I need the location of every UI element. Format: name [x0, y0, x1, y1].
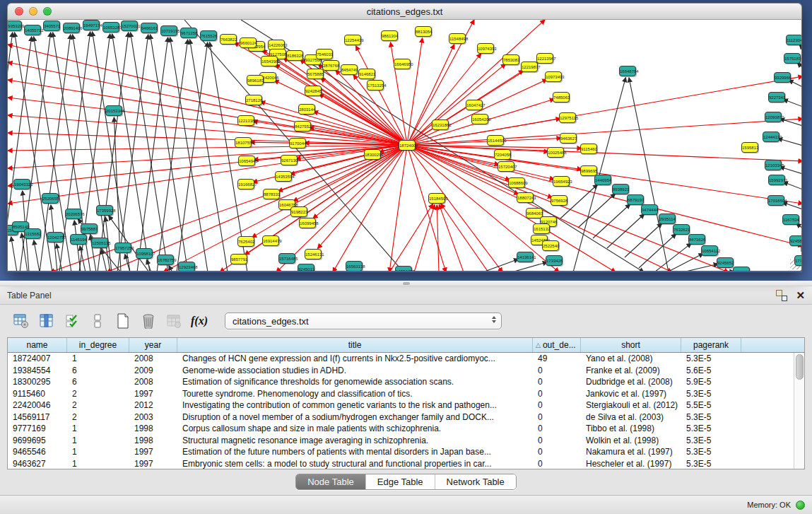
- graph-node[interactable]: 10654112: [701, 245, 718, 256]
- table-cell[interactable]: 5.3E-5: [681, 458, 741, 470]
- graph-node[interactable]: 10974393: [477, 43, 494, 54]
- graph-node[interactable]: 9146821: [358, 69, 375, 79]
- graph-node[interactable]: 12254439: [344, 35, 361, 45]
- graph-node[interactable]: 1733426: [546, 255, 563, 266]
- new-table-icon[interactable]: [113, 311, 133, 331]
- table-row[interactable]: 911546021997Tourette syndrome. Phenomeno…: [8, 388, 804, 400]
- table-cell[interactable]: 1: [67, 458, 129, 470]
- graph-node[interactable]: 16543982: [261, 56, 278, 66]
- graph-node[interactable]: 9466161: [141, 23, 158, 33]
- graph-node[interactable]: 18107554: [235, 137, 252, 148]
- scrollbar-thumb[interactable]: [796, 354, 804, 380]
- table-row[interactable]: 1872400712008Changes of HCN gene express…: [8, 353, 804, 365]
- graph-node[interactable]: 9245013: [298, 264, 314, 271]
- graph-node[interactable]: 16648784: [619, 66, 636, 76]
- graph-node[interactable]: 7615526: [200, 30, 217, 41]
- table-row[interactable]: 2242004622012Investigating the contribut…: [8, 399, 804, 411]
- table-cell[interactable]: 5.3E-5: [681, 446, 741, 458]
- table-cell[interactable]: 1998: [129, 423, 177, 435]
- graph-node[interactable]: 15144509: [487, 135, 504, 146]
- table-cell[interactable]: Structural magnetic resonance image aver…: [177, 435, 533, 447]
- graph-node[interactable]: 15246131: [305, 249, 322, 259]
- graph-node[interactable]: 1615132: [533, 223, 550, 234]
- select-all-icon[interactable]: [62, 311, 82, 331]
- table-cell[interactable]: 9463627: [8, 458, 67, 470]
- graph-node[interactable]: 10688609: [508, 177, 525, 188]
- graph-node[interactable]: 18807243: [517, 192, 534, 203]
- table-cell[interactable]: 1: [67, 446, 129, 458]
- table-cell[interactable]: 5.6E-5: [681, 365, 741, 377]
- graph-node[interactable]: 6879197: [627, 194, 644, 205]
- table-cell[interactable]: 0: [533, 388, 581, 400]
- table-cell[interactable]: 9115460: [8, 388, 67, 400]
- table-cell[interactable]: 5.3E-5: [681, 388, 741, 400]
- table-cell[interactable]: 0: [533, 423, 581, 435]
- graph-node[interactable]: 1440954: [594, 175, 611, 185]
- table-cell[interactable]: 2: [67, 388, 129, 400]
- graph-node[interactable]: 16782759: [157, 255, 174, 265]
- graph-node[interactable]: 11548498: [449, 33, 466, 44]
- graph-node[interactable]: 8427552: [294, 121, 311, 132]
- table-cell[interactable]: 1: [67, 435, 129, 447]
- table-cell[interactable]: 0: [533, 411, 581, 424]
- graph-node[interactable]: 17016504: [767, 195, 784, 206]
- panel-splitter[interactable]: [0, 281, 812, 286]
- table-cell[interactable]: Estimation of significance thresholds fo…: [177, 376, 533, 388]
- graph-node[interactable]: 14353594: [275, 171, 292, 182]
- graph-node[interactable]: 10719195: [160, 25, 177, 36]
- graph-node[interactable]: 20891406: [63, 23, 80, 33]
- graph-node[interactable]: 2935114: [659, 214, 676, 224]
- table-cell[interactable]: 5.3E-5: [681, 435, 741, 447]
- graph-node[interactable]: 15720407: [498, 161, 514, 172]
- table-cell[interactable]: Disruption of a novel member of a sodium…: [177, 411, 533, 424]
- graph-node[interactable]: 7853083: [502, 54, 519, 65]
- graph-node[interactable]: 15751874: [784, 53, 801, 64]
- graph-node[interactable]: 14584478: [395, 266, 412, 271]
- table-cell[interactable]: 2003: [129, 411, 177, 424]
- graph-node[interactable]: 19654923: [553, 176, 570, 187]
- table-cell[interactable]: 5.3E-5: [681, 353, 741, 365]
- table-cell[interactable]: 49: [533, 353, 581, 365]
- float-panel-icon[interactable]: [776, 290, 787, 301]
- graph-node[interactable]: 16231862: [432, 119, 449, 130]
- graph-node[interactable]: 2876768: [322, 60, 339, 71]
- graph-node[interactable]: 9227341: [768, 92, 785, 103]
- select-columns-icon[interactable]: [37, 311, 57, 331]
- table-cell[interactable]: 0: [533, 458, 581, 470]
- table-cell[interactable]: 18300295: [8, 376, 67, 388]
- graph-node[interactable]: 10654948: [238, 156, 255, 166]
- graph-node[interactable]: 8186328: [286, 50, 303, 61]
- graph-node[interactable]: 14136141: [517, 252, 534, 262]
- graph-node[interactable]: 9756928: [551, 195, 567, 206]
- graph-node[interactable]: 12103345: [765, 160, 782, 170]
- graph-node[interactable]: 8938923: [612, 184, 629, 194]
- table-cell[interactable]: Franke et al. (2009): [581, 365, 681, 377]
- graph-node[interactable]: 9245890: [789, 235, 802, 246]
- graph-node[interactable]: 5675885: [307, 69, 324, 79]
- graph-node[interactable]: 16054202: [471, 114, 488, 124]
- table-cell[interactable]: 1997: [129, 446, 177, 458]
- table-cell[interactable]: 5.5E-5: [681, 399, 741, 411]
- table-cell[interactable]: 1997: [129, 458, 177, 470]
- table-cell[interactable]: 6: [67, 365, 129, 377]
- table-row[interactable]: 1938455462009Genome-wide association stu…: [8, 365, 804, 377]
- table-row[interactable]: 946362711997Embryonic stem cells: a mode…: [8, 458, 804, 470]
- table-settings-icon[interactable]: [11, 311, 31, 331]
- graph-node[interactable]: 2522540: [542, 240, 559, 251]
- table-cell[interactable]: Estimation of the future numbers of pati…: [177, 446, 533, 458]
- graph-node[interactable]: 15716485: [278, 253, 295, 264]
- graph-node[interactable]: 9245652: [717, 257, 734, 268]
- graph-node[interactable]: 16093468: [733, 267, 750, 271]
- table-cell[interactable]: 2008: [129, 376, 177, 388]
- graph-node[interactable]: 20206576: [65, 209, 82, 219]
- table-cell[interactable]: 5.3E-5: [681, 411, 741, 424]
- column-header-out-de-[interactable]: △out_de...: [533, 338, 581, 352]
- graph-node[interactable]: 10653287: [102, 22, 119, 33]
- table-cell[interactable]: 9465546: [8, 446, 67, 458]
- table-cell[interactable]: 9699695: [8, 435, 67, 447]
- table-cell[interactable]: 1998: [129, 435, 177, 447]
- table-row[interactable]: 1830029562008Estimation of significance …: [8, 376, 804, 388]
- network-canvas[interactable]: 1872400789129541422606391275081654398281…: [7, 20, 802, 271]
- table-cell[interactable]: 1997: [129, 388, 177, 400]
- graph-node[interactable]: 15184505: [428, 193, 445, 204]
